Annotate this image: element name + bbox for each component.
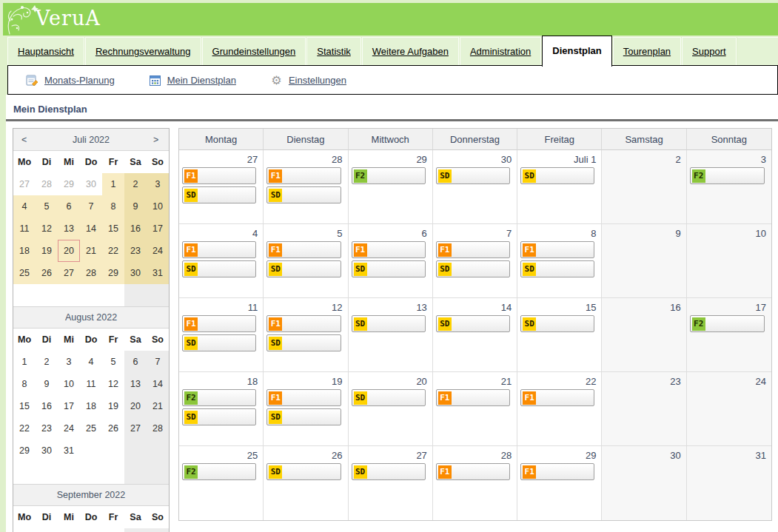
mini-day-18[interactable]: 18 bbox=[80, 395, 102, 417]
mini-day-6[interactable]: 6 bbox=[124, 351, 147, 373]
mini-day-6[interactable]: 6 bbox=[58, 195, 80, 218]
mini-day-1[interactable]: 1 bbox=[102, 173, 124, 195]
shift-entry[interactable]: F2 bbox=[690, 315, 765, 332]
tab-tourenplan[interactable]: Tourenplan bbox=[613, 37, 681, 65]
shift-entry[interactable]: F1 bbox=[520, 389, 594, 406]
mini-day-24[interactable]: 24 bbox=[58, 417, 80, 440]
shift-entry[interactable]: SD bbox=[436, 315, 510, 332]
calendar-day-cell[interactable]: 8F1SD bbox=[517, 224, 602, 298]
mini-day-27[interactable]: 27 bbox=[58, 262, 80, 284]
mini-day-22[interactable]: 22 bbox=[102, 240, 124, 262]
mini-day-1[interactable]: 1 bbox=[13, 351, 36, 373]
calendar-day-cell[interactable]: 17F2 bbox=[687, 298, 771, 372]
mini-day-14[interactable]: 14 bbox=[80, 218, 102, 240]
mini-day-8[interactable]: 8 bbox=[13, 373, 36, 395]
calendar-day-cell[interactable]: 9 bbox=[602, 224, 686, 298]
mini-day-26[interactable]: 26 bbox=[36, 262, 58, 284]
shift-entry[interactable]: F1 bbox=[436, 241, 510, 258]
shift-entry[interactable]: SD bbox=[520, 167, 594, 184]
mini-day-12[interactable]: 12 bbox=[36, 218, 58, 240]
calendar-day-cell[interactable]: 10 bbox=[687, 224, 771, 298]
mini-day-3[interactable]: 3 bbox=[124, 528, 147, 532]
calendar-day-cell[interactable]: 28F1SD bbox=[264, 150, 348, 224]
shift-entry[interactable]: SD bbox=[266, 260, 341, 277]
mini-day-30[interactable]: 30 bbox=[36, 440, 58, 462]
calendar-day-cell[interactable]: 25F2 bbox=[179, 446, 264, 520]
mini-day-29[interactable]: 29 bbox=[13, 440, 36, 462]
mini-day-23[interactable]: 23 bbox=[36, 417, 58, 440]
calendar-day-cell[interactable]: 31 bbox=[687, 446, 771, 520]
calendar-day-cell[interactable]: 21F1 bbox=[433, 372, 517, 446]
tab-weitere-aufgaben[interactable]: Weitere Aufgaben bbox=[362, 37, 459, 65]
shift-entry[interactable]: F1 bbox=[352, 241, 426, 258]
tab-grundeinstellungen[interactable]: Grundeinstellungen bbox=[202, 37, 306, 65]
shift-entry[interactable]: SD bbox=[182, 186, 256, 203]
mini-day-25[interactable]: 25 bbox=[80, 417, 102, 440]
calendar-day-cell[interactable]: 16 bbox=[602, 298, 686, 372]
calendar-day-cell[interactable]: 30 bbox=[602, 446, 686, 520]
shift-entry[interactable]: F1 bbox=[266, 241, 341, 258]
mini-day-14[interactable]: 14 bbox=[147, 373, 169, 395]
calendar-day-cell[interactable]: 18F2SD bbox=[179, 372, 264, 446]
calendar-day-cell[interactable]: Juli 1SD bbox=[517, 150, 602, 224]
mini-day-12[interactable]: 12 bbox=[102, 373, 124, 395]
mini-day-30[interactable]: 30 bbox=[80, 173, 102, 195]
mini-day-29[interactable]: 29 bbox=[58, 173, 80, 195]
shift-entry[interactable]: F1 bbox=[266, 315, 341, 332]
mini-day-15[interactable]: 15 bbox=[102, 218, 124, 240]
tab-rechnungsverwaltung[interactable]: Rechnungsverwaltung bbox=[85, 37, 201, 65]
calendar-day-cell[interactable]: 19F1SD bbox=[264, 372, 348, 446]
shift-entry[interactable]: F2 bbox=[182, 463, 256, 480]
calendar-day-cell[interactable]: 24 bbox=[687, 372, 771, 446]
subnav-link-mein-dienstplan[interactable]: Mein Dienstplan bbox=[149, 74, 236, 87]
calendar-day-cell[interactable]: 11F1SD bbox=[179, 298, 264, 372]
subnav-link-monats-planung[interactable]: Monats-Planung bbox=[26, 74, 115, 87]
mini-day-26[interactable]: 26 bbox=[102, 417, 124, 440]
mini-day-13[interactable]: 13 bbox=[58, 218, 80, 240]
mini-day-25[interactable]: 25 bbox=[13, 262, 36, 284]
shift-entry[interactable]: F2 bbox=[352, 167, 426, 184]
mini-day-8[interactable]: 8 bbox=[102, 195, 124, 218]
calendar-day-cell[interactable]: 22F1 bbox=[517, 372, 602, 446]
calendar-day-cell[interactable]: 20SD bbox=[349, 372, 433, 446]
mini-day-19[interactable]: 19 bbox=[36, 240, 58, 262]
calendar-day-cell[interactable]: 4F1SD bbox=[179, 224, 264, 298]
mini-day-11[interactable]: 11 bbox=[80, 373, 102, 395]
mini-day-7[interactable]: 7 bbox=[147, 351, 169, 373]
shift-entry[interactable]: F1 bbox=[182, 241, 256, 258]
shift-entry[interactable]: F1 bbox=[266, 167, 341, 184]
calendar-day-cell[interactable]: 6F1SD bbox=[349, 224, 433, 298]
mini-day-2[interactable]: 2 bbox=[102, 528, 124, 532]
calendar-day-cell[interactable]: 27SD bbox=[349, 446, 433, 520]
shift-entry[interactable]: SD bbox=[436, 167, 510, 184]
mini-day-17[interactable]: 17 bbox=[147, 218, 169, 240]
mini-day-3[interactable]: 3 bbox=[58, 351, 80, 373]
mini-day-20[interactable]: 20 bbox=[124, 395, 147, 417]
mini-day-5[interactable]: 5 bbox=[36, 195, 58, 218]
shift-entry[interactable]: SD bbox=[520, 260, 594, 277]
calendar-day-cell[interactable]: 27F1SD bbox=[179, 150, 264, 224]
calendar-day-cell[interactable]: 3F2 bbox=[687, 150, 771, 224]
shift-entry[interactable]: F1 bbox=[436, 389, 510, 406]
shift-entry[interactable]: SD bbox=[352, 463, 426, 480]
mini-day-21[interactable]: 21 bbox=[147, 395, 169, 417]
calendar-day-cell[interactable]: 23 bbox=[602, 372, 686, 446]
mini-day-28[interactable]: 28 bbox=[147, 417, 169, 440]
mini-day-13[interactable]: 13 bbox=[124, 373, 147, 395]
mini-day-10[interactable]: 10 bbox=[147, 195, 169, 218]
shift-entry[interactable]: F2 bbox=[690, 167, 765, 184]
shift-entry[interactable]: SD bbox=[182, 334, 256, 351]
mini-day-2[interactable]: 2 bbox=[124, 173, 147, 195]
calendar-day-cell[interactable]: 29F2 bbox=[349, 150, 433, 224]
prev-month-button[interactable]: < bbox=[21, 135, 29, 145]
shift-entry[interactable]: F1 bbox=[520, 241, 594, 258]
calendar-day-cell[interactable]: 30SD bbox=[433, 150, 517, 224]
calendar-day-cell[interactable]: 28F1 bbox=[433, 446, 517, 520]
mini-day-9[interactable]: 9 bbox=[124, 195, 147, 218]
shift-entry[interactable]: F1 bbox=[520, 463, 594, 480]
mini-day-28[interactable]: 28 bbox=[80, 262, 102, 284]
mini-day-15[interactable]: 15 bbox=[13, 395, 36, 417]
mini-day-28[interactable]: 28 bbox=[36, 173, 58, 195]
mini-day-27[interactable]: 27 bbox=[124, 417, 147, 440]
shift-entry[interactable]: F2 bbox=[182, 389, 256, 406]
